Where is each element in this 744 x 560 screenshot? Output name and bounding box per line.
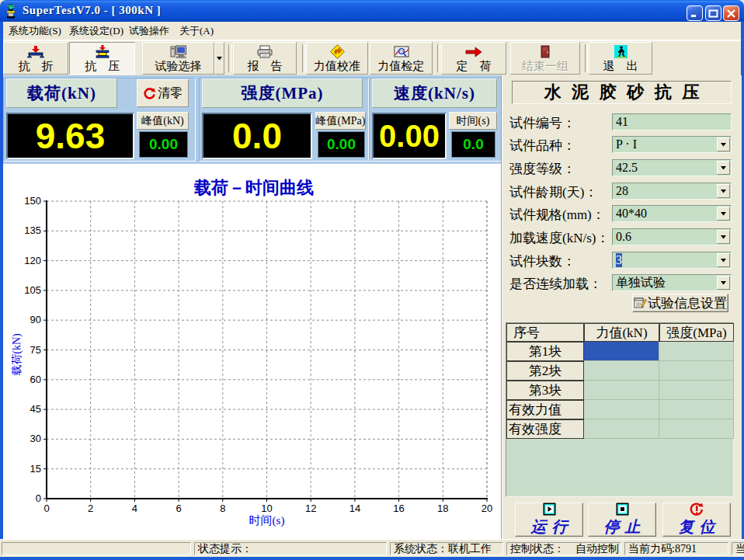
combo-arrow-4[interactable]	[717, 207, 730, 221]
table-cell-3-0[interactable]	[584, 400, 659, 419]
toolbar-button-label: 力值检定	[378, 59, 425, 73]
run-button[interactable]: 运行	[515, 503, 583, 537]
exit-person-icon	[614, 45, 628, 58]
meter-value-speed: 0.00	[372, 113, 447, 159]
table-cell-4-0[interactable]	[584, 419, 659, 439]
toolbar-separator	[437, 44, 440, 72]
toolbar-button-label: 退 出	[603, 59, 638, 73]
maximize-icon	[708, 9, 718, 18]
chevron-down-icon	[721, 166, 726, 170]
toolbar-button-testselect[interactable]: 试验选择	[142, 42, 214, 75]
form-label-3: 试件龄期(天)：	[509, 183, 597, 201]
chart-title: 载荷－时间曲线	[193, 178, 314, 197]
toolbar-button-label: 试验选择	[155, 59, 202, 73]
toolbar-button-flexure[interactable]: 抗 折	[3, 42, 68, 75]
meter-value-load: 9.63	[6, 113, 134, 159]
form-label-4: 试件规格(mm)：	[509, 206, 605, 224]
minimize-button[interactable]	[687, 5, 703, 21]
play-icon	[543, 503, 556, 516]
table-header-0: 序号	[506, 323, 584, 342]
form-value-2: 42.5	[616, 161, 638, 175]
chart-svg: 0246810121416182001530456075901051201351…	[3, 164, 502, 539]
menu-item-1[interactable]: 系统设定(D)	[67, 23, 126, 38]
meter-header-strength: 强度(MPa)	[202, 78, 363, 108]
reset-button-label: 复位	[673, 517, 721, 537]
form-field-7[interactable]: 单独试验	[612, 274, 732, 291]
table-cell-4-1[interactable]	[659, 419, 734, 439]
svg-text:30: 30	[30, 433, 41, 444]
svg-text:0: 0	[36, 492, 41, 504]
reset-button[interactable]: 复位	[662, 503, 731, 537]
combo-arrow-3[interactable]	[717, 184, 730, 198]
table-cell-1-0[interactable]	[584, 361, 659, 381]
chevron-down-icon	[721, 190, 726, 193]
table-cell-2-0[interactable]	[584, 381, 659, 400]
form-value-0: 41	[616, 115, 628, 129]
form-field-1[interactable]: P · I	[612, 136, 732, 153]
svg-text:60: 60	[30, 374, 41, 385]
form-field-5[interactable]: 0.6	[612, 228, 732, 245]
stop-button[interactable]: 停止	[588, 503, 656, 537]
status-section-5: 当前	[732, 542, 744, 555]
svg-text:15: 15	[30, 463, 41, 475]
close-button[interactable]	[723, 5, 739, 21]
svg-text:18: 18	[437, 503, 448, 514]
table-cell-2-1[interactable]	[659, 381, 734, 400]
toolbar-button-exit[interactable]: 退 出	[589, 42, 652, 75]
toolbar-button-verify[interactable]: 力值检定	[370, 42, 433, 75]
status-section-3: 控制状态： 自动控制	[506, 542, 621, 555]
printer-icon	[256, 45, 273, 58]
combo-arrow-1[interactable]	[717, 137, 730, 151]
title-bar: SuperTestV7.0 - [ 300kN ]	[0, 0, 744, 22]
form-field-2[interactable]: 42.5	[612, 159, 732, 176]
combo-arrow-5[interactable]	[717, 230, 730, 244]
load-time-chart: 0246810121416182001530456075901051201351…	[3, 164, 502, 539]
meter-sublabel-strength: 峰值(MPa)	[315, 112, 366, 130]
form-value-1: P · I	[616, 137, 637, 151]
application-window: SuperTestV7.0 - [ 300kN ] 系统功能(S)系统设定(D)…	[0, 0, 744, 560]
table-cell-3-1[interactable]	[659, 400, 734, 419]
maximize-button[interactable]	[705, 5, 721, 21]
close-icon	[726, 9, 736, 18]
toolbar-button-label: 结束一组	[522, 59, 568, 73]
menu-item-2[interactable]: 试验操作	[127, 23, 172, 38]
menu-item-3[interactable]: 关于(A)	[177, 23, 216, 38]
app-machine-icon	[6, 4, 16, 19]
table-cell-1-1[interactable]	[659, 361, 734, 381]
combo-arrow-6[interactable]	[717, 253, 730, 267]
toolbar-button-report[interactable]: 报 告	[233, 42, 297, 75]
form-value-6: 3	[616, 253, 622, 267]
clear-button[interactable]: 清零	[137, 79, 189, 107]
menu-item-0[interactable]: 系统功能(S)	[6, 23, 64, 38]
toolbar-button-label: 报 告	[248, 59, 283, 73]
test-settings-panel: 水 泥 胶 砂 抗 压 试件编号：41试件品种：P · I强度等级：42.5试件…	[502, 75, 742, 539]
form-value-4: 40*40	[616, 207, 647, 221]
combo-arrow-7[interactable]	[717, 276, 730, 290]
form-label-5: 加载速度(kN/s)：	[509, 229, 609, 247]
chevron-down-icon	[721, 212, 726, 216]
form-field-0[interactable]: 41	[612, 113, 732, 130]
form-field-4[interactable]: 40*40	[612, 205, 732, 222]
meter-subvalue-load: 0.00	[139, 131, 188, 158]
toolbar-button-label: 抗 折	[19, 59, 54, 73]
toolbar-button-endgroup[interactable]: 结束一组	[510, 42, 580, 75]
form-value-5: 0.6	[616, 230, 631, 244]
meter-subvalue-strength: 0.00	[318, 131, 365, 158]
toolbar-dropdown-testselect[interactable]	[214, 42, 224, 75]
form-field-6[interactable]: 3	[612, 252, 732, 269]
toolbar-button-calibrate[interactable]: 力值校准	[306, 42, 368, 75]
toolbar-separator	[228, 44, 231, 72]
svg-text:2: 2	[88, 503, 93, 514]
toolbar-button-constload[interactable]: 定 荷	[441, 42, 506, 75]
svg-text:90: 90	[30, 314, 41, 325]
table-cell-0-1[interactable]	[659, 342, 734, 361]
test-info-settings-button[interactable]: 试验信息设置	[632, 294, 728, 312]
combo-arrow-2[interactable]	[717, 161, 730, 175]
clear-button-label: 清零	[158, 85, 183, 102]
table-cell-0-0[interactable]	[584, 342, 659, 361]
form-field-3[interactable]: 28	[612, 183, 732, 200]
toolbar-button-compress[interactable]: 抗 压	[69, 42, 135, 75]
flexure-test-icon	[26, 45, 46, 58]
table-row-label-3: 有效力值	[506, 400, 584, 419]
toolbar: 抗 折抗 压试验选择报 告力值校准力值检定定 荷结束一组退 出	[3, 40, 741, 76]
